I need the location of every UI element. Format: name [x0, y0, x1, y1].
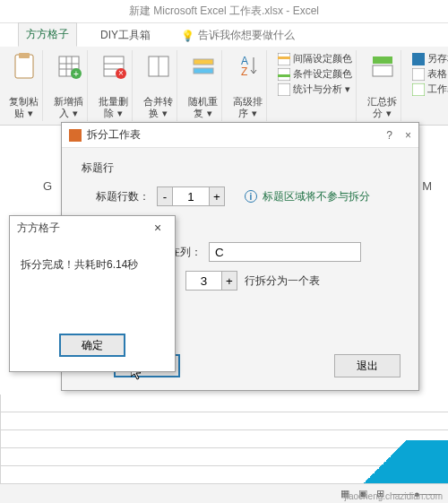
random-icon: [189, 52, 218, 81]
spin-minus[interactable]: -: [157, 186, 173, 206]
ribbon-interval-color[interactable]: 间隔设定颜色: [278, 52, 352, 65]
ribbon-tabs: 方方格子 DIY工具箱 💡 告诉我你想要做什么: [0, 23, 448, 47]
svg-rect-24: [278, 83, 290, 96]
tab-fangfang[interactable]: 方方格子: [18, 22, 77, 47]
rows-spinner: - +: [157, 186, 225, 206]
svg-rect-23: [278, 74, 290, 77]
ribbon-copy-paste[interactable]: 复制粘 贴 ▾: [5, 50, 43, 121]
ribbon-cond-color[interactable]: 条件设定颜色: [278, 67, 352, 81]
spin-plus[interactable]: +: [209, 186, 225, 206]
info-icon: i: [245, 190, 257, 203]
ribbon-tablefmt[interactable]: 表格目: [412, 67, 448, 81]
col-input[interactable]: [209, 242, 361, 262]
grid-icon: [278, 83, 290, 96]
group-label: 行拆分为一个表: [245, 273, 320, 289]
svg-rect-27: [412, 53, 425, 65]
svg-rect-30: [69, 129, 82, 142]
tab-tellme[interactable]: 💡 告诉我你想要做什么: [174, 24, 302, 47]
grid-icon: [278, 68, 290, 81]
rows-input[interactable]: [173, 186, 209, 206]
ribbon-batch-delete[interactable]: × 批量删 除 ▾: [95, 50, 133, 121]
rows-label: 标题行数：: [96, 189, 150, 204]
close-icon[interactable]: ×: [405, 129, 411, 142]
exit-button[interactable]: 退出: [334, 354, 401, 377]
group-input[interactable]: [185, 271, 221, 291]
svg-rect-28: [412, 68, 425, 81]
ribbon-sort[interactable]: AZ 高级排 序 ▾: [229, 50, 267, 121]
titlebar: 新建 Microsoft Excel 工作表.xlsx - Excel: [0, 0, 448, 23]
ribbon: 复制粘 贴 ▾ + 新增插 入 ▾ × 批量删 除 ▾ 合并转 换 ▾ 随机重 …: [0, 47, 448, 126]
svg-rect-16: [194, 59, 213, 65]
save-icon: [412, 53, 425, 65]
delete-icon: ×: [99, 52, 128, 81]
svg-text:×: ×: [118, 68, 124, 78]
msg-body: 拆分完成！共耗时6.14秒: [10, 239, 175, 291]
pivot-icon: [368, 52, 397, 81]
msg-titlebar[interactable]: 方方格子 ×: [10, 216, 175, 239]
msg-title-text: 方方格子: [17, 221, 60, 236]
msg-ok-button[interactable]: 确定: [59, 334, 125, 357]
svg-rect-1: [19, 53, 30, 58]
ribbon-saveas[interactable]: 另存本: [412, 52, 448, 65]
ribbon-stats[interactable]: 统计与分析 ▾: [278, 82, 352, 96]
svg-rect-25: [373, 56, 392, 64]
close-icon[interactable]: ×: [148, 218, 168, 238]
svg-rect-26: [373, 65, 392, 76]
ribbon-random[interactable]: 随机重 复 ▾: [185, 50, 222, 121]
insert-icon: +: [55, 52, 83, 81]
app-icon: [69, 129, 82, 142]
ribbon-merge[interactable]: 合并转 换 ▾: [140, 50, 177, 121]
section-title: 标题行: [82, 160, 399, 176]
window-title: 新建 Microsoft Excel 工作表.xlsx - Excel: [129, 4, 319, 19]
watermark-corner: [349, 440, 448, 485]
spin-plus[interactable]: +: [221, 271, 237, 291]
hint-text: 标题区域将不参与拆分: [263, 189, 370, 204]
dialog-title: 拆分工作表: [87, 127, 141, 143]
merge-icon: [144, 52, 173, 81]
lightbulb-icon: 💡: [181, 30, 194, 42]
message-dialog: 方方格子 × 拆分完成！共耗时6.14秒 确定: [9, 215, 176, 372]
group-spinner: +: [185, 271, 237, 291]
watermark-text: jiaocheng.chazidian.com: [344, 491, 443, 501]
ribbon-insert[interactable]: + 新增插 入 ▾: [50, 50, 88, 121]
svg-text:+: +: [73, 69, 79, 79]
help-icon[interactable]: ?: [386, 129, 392, 142]
clipboard-icon: [10, 52, 39, 81]
svg-rect-29: [412, 83, 425, 96]
ribbon-pivot[interactable]: 汇总拆 分 ▾: [364, 50, 401, 121]
svg-rect-17: [194, 68, 213, 74]
col-header-m[interactable]: M: [422, 179, 432, 193]
table-icon: [412, 68, 425, 81]
col-header-g[interactable]: G: [43, 179, 52, 193]
sort-icon: AZ: [234, 52, 263, 81]
svg-rect-21: [278, 56, 290, 59]
sheet-icon: [412, 83, 425, 96]
tab-diy[interactable]: DIY工具箱: [93, 24, 158, 47]
dialog-titlebar[interactable]: 拆分工作表 ? ×: [62, 123, 418, 148]
grid-icon: [278, 53, 290, 65]
svg-text:Z: Z: [241, 65, 247, 78]
ribbon-worksheet[interactable]: 工作表: [412, 82, 448, 96]
